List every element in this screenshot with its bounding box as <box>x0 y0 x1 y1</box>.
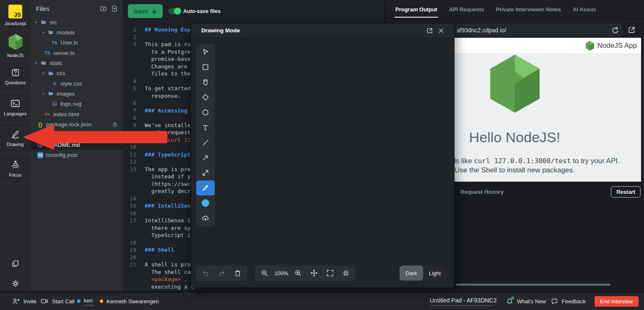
tool-color-swatch[interactable] <box>196 195 215 211</box>
file-name: images <box>57 91 75 97</box>
tree-row-models[interactable]: models <box>31 27 123 37</box>
expand-drawing-icon[interactable] <box>426 27 434 34</box>
line-number <box>125 55 136 63</box>
request-history-pane: Request History Restart <box>453 182 644 289</box>
tree-row-src[interactable]: src <box>31 17 123 27</box>
tree-row-static[interactable]: static <box>31 58 123 68</box>
tool-double-arrow[interactable] <box>196 165 215 180</box>
user-chip-ken[interactable]: ken <box>77 292 94 310</box>
theme-dark-button[interactable]: Dark <box>400 266 423 281</box>
chevron-down-icon[interactable] <box>41 70 46 76</box>
tree-row-logo-svg[interactable]: logo.svg <box>31 99 123 109</box>
horizontal-scrollbar[interactable] <box>456 284 610 286</box>
tool-ellipse[interactable] <box>196 105 215 120</box>
tool-diamond[interactable] <box>196 90 215 105</box>
tree-row-readme-md[interactable]: README.md <box>31 140 123 150</box>
tool-rectangle[interactable] <box>196 60 215 75</box>
tab-ai-assist[interactable]: AI Assist <box>572 1 597 18</box>
sidebar-item-nodejs[interactable]: NodeJS <box>0 31 31 61</box>
zoomin-button[interactable] <box>290 266 306 281</box>
tree-row-user-ts[interactable]: TSUser.ts <box>31 38 123 48</box>
sidebar-item-languages[interactable]: Languages <box>0 92 31 122</box>
line-number: 9 <box>125 122 136 129</box>
autosave-toggle[interactable]: Auto-save files <box>169 8 221 14</box>
zoomout-button[interactable] <box>257 266 273 281</box>
invite-button[interactable]: Invite <box>12 292 36 310</box>
new-folder-icon[interactable] <box>99 5 107 13</box>
nodejs-logo-small-icon <box>585 41 595 51</box>
line-number <box>125 136 136 144</box>
sidebar-item-focus[interactable]: Focus <box>0 153 31 184</box>
toggle-switch[interactable] <box>169 8 180 14</box>
feedback-button[interactable]: Feedback <box>551 292 586 310</box>
tool-arrow[interactable] <box>196 150 215 165</box>
user-chip-kenneth[interactable]: Kenneth Swearengen <box>100 292 159 310</box>
folder-icon <box>47 29 54 35</box>
line-number <box>125 232 136 239</box>
sidebar-item-label: JavaScript <box>5 21 26 26</box>
line-number <box>125 188 136 195</box>
sidebar-item-javascript[interactable]: JSJavaScript <box>0 0 31 31</box>
ellipse-icon <box>201 108 210 117</box>
start-call-button[interactable]: Start Call <box>40 292 74 310</box>
sidebar-item-drawing[interactable]: Drawing <box>0 122 31 153</box>
folder-icon <box>47 91 54 96</box>
redo-button[interactable] <box>214 266 230 281</box>
line-number: 3 <box>125 41 136 48</box>
tool-pencil[interactable] <box>196 180 215 195</box>
tree-row-images[interactable]: images <box>31 89 123 99</box>
line-number: 14 <box>125 195 136 203</box>
tool-line[interactable] <box>196 135 215 150</box>
pan-button[interactable] <box>306 266 322 281</box>
tree-row-server-ts[interactable]: TSserver.ts <box>31 48 123 58</box>
drawing-modal-header: Drawing Mode <box>191 23 454 38</box>
bell-icon <box>506 297 514 305</box>
chevron-down-icon[interactable] <box>41 91 46 96</box>
settings-gear-icon[interactable] <box>11 279 20 288</box>
fit-button[interactable] <box>322 266 338 281</box>
tree-row-package-json[interactable]: {}package.json <box>31 130 123 140</box>
file-name: src <box>49 19 57 26</box>
tab-program-output[interactable]: Program Output <box>395 1 438 18</box>
line-number: 5 <box>125 85 136 92</box>
restart-button[interactable]: Restart <box>611 186 641 198</box>
fit-icon <box>326 269 334 277</box>
chevron-down-icon[interactable] <box>34 60 39 66</box>
tool-text[interactable] <box>196 120 215 135</box>
undo-button[interactable] <box>198 266 214 281</box>
trash-button[interactable] <box>230 266 246 281</box>
tab-private-interviewer-notes[interactable]: Private Interviewer Notes <box>495 1 561 18</box>
copy-pad-icon[interactable] <box>11 259 20 268</box>
sidebar-item-questions[interactable]: Questions <box>0 61 31 92</box>
tool-select[interactable] <box>196 44 215 60</box>
reload-preview-icon[interactable] <box>610 26 620 35</box>
chevron-down-icon[interactable] <box>34 20 39 25</box>
curl-command: curl 127.0.0.1:3000/test <box>474 157 571 165</box>
tree-row-package-lock-json[interactable]: {}package-lock.json <box>31 120 123 130</box>
speech-bubble-icon <box>551 297 558 305</box>
close-drawing-icon[interactable] <box>437 27 445 34</box>
end-interview-button[interactable]: End Interview <box>595 296 639 307</box>
tool-cylinder[interactable] <box>196 75 215 90</box>
file-name: tsconfig.json <box>46 152 78 158</box>
folder-icon <box>40 60 47 66</box>
line-number <box>125 92 136 100</box>
theme-light-button[interactable]: Light <box>423 266 447 281</box>
tab-api-requests[interactable]: API Requests <box>448 1 485 18</box>
open-preview-external-icon[interactable] <box>627 26 636 34</box>
tree-row-css[interactable]: css <box>31 68 123 78</box>
line-number: 16 <box>125 210 136 217</box>
tree-row-tsconfig-json[interactable]: TStsconfig.json <box>31 150 123 160</box>
tool-upload[interactable] <box>196 211 215 226</box>
save-button[interactable]: Save <box>128 4 163 18</box>
line-number <box>125 268 136 276</box>
tree-row-index-html[interactable]: <>index.html <box>31 109 123 119</box>
file-name: index.html <box>53 111 79 117</box>
tree-row-style-css[interactable]: #style.css <box>31 78 123 89</box>
pad-name-input[interactable]: Untitled Pad - AF93DNC2 <box>430 292 493 310</box>
chevron-down-icon[interactable] <box>41 30 46 35</box>
new-file-icon[interactable] <box>111 5 119 13</box>
file-name: logo.svg <box>60 101 81 107</box>
grid-button[interactable] <box>338 266 354 281</box>
whats-new-button[interactable]: What's New <box>506 292 546 310</box>
